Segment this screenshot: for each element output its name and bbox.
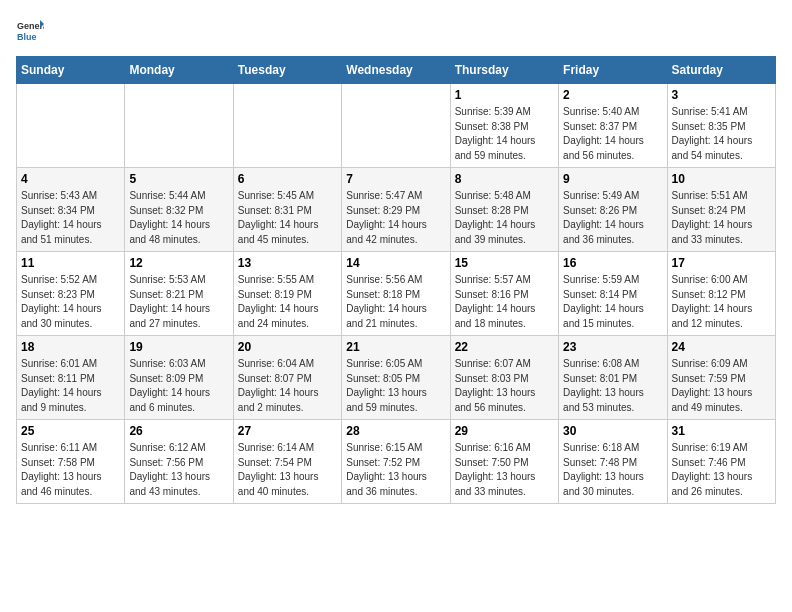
day-detail: Sunrise: 5:43 AM Sunset: 8:34 PM Dayligh… (21, 189, 120, 247)
day-cell: 29Sunrise: 6:16 AM Sunset: 7:50 PM Dayli… (450, 420, 558, 504)
day-detail: Sunrise: 6:18 AM Sunset: 7:48 PM Dayligh… (563, 441, 662, 499)
day-number: 26 (129, 424, 228, 438)
day-cell: 30Sunrise: 6:18 AM Sunset: 7:48 PM Dayli… (559, 420, 667, 504)
day-cell: 10Sunrise: 5:51 AM Sunset: 8:24 PM Dayli… (667, 168, 775, 252)
day-cell: 28Sunrise: 6:15 AM Sunset: 7:52 PM Dayli… (342, 420, 450, 504)
header-cell-saturday: Saturday (667, 57, 775, 84)
day-cell: 9Sunrise: 5:49 AM Sunset: 8:26 PM Daylig… (559, 168, 667, 252)
day-detail: Sunrise: 6:03 AM Sunset: 8:09 PM Dayligh… (129, 357, 228, 415)
day-number: 16 (563, 256, 662, 270)
day-number: 6 (238, 172, 337, 186)
day-detail: Sunrise: 6:00 AM Sunset: 8:12 PM Dayligh… (672, 273, 771, 331)
day-cell: 2Sunrise: 5:40 AM Sunset: 8:37 PM Daylig… (559, 84, 667, 168)
day-number: 27 (238, 424, 337, 438)
day-number: 14 (346, 256, 445, 270)
week-row-2: 4Sunrise: 5:43 AM Sunset: 8:34 PM Daylig… (17, 168, 776, 252)
day-detail: Sunrise: 6:05 AM Sunset: 8:05 PM Dayligh… (346, 357, 445, 415)
day-detail: Sunrise: 6:08 AM Sunset: 8:01 PM Dayligh… (563, 357, 662, 415)
day-cell: 19Sunrise: 6:03 AM Sunset: 8:09 PM Dayli… (125, 336, 233, 420)
day-number: 7 (346, 172, 445, 186)
svg-text:Blue: Blue (17, 32, 37, 42)
day-detail: Sunrise: 5:48 AM Sunset: 8:28 PM Dayligh… (455, 189, 554, 247)
day-number: 12 (129, 256, 228, 270)
day-number: 25 (21, 424, 120, 438)
day-cell: 7Sunrise: 5:47 AM Sunset: 8:29 PM Daylig… (342, 168, 450, 252)
day-number: 30 (563, 424, 662, 438)
day-number: 1 (455, 88, 554, 102)
day-cell: 18Sunrise: 6:01 AM Sunset: 8:11 PM Dayli… (17, 336, 125, 420)
day-cell: 1Sunrise: 5:39 AM Sunset: 8:38 PM Daylig… (450, 84, 558, 168)
calendar-body: 1Sunrise: 5:39 AM Sunset: 8:38 PM Daylig… (17, 84, 776, 504)
day-detail: Sunrise: 5:56 AM Sunset: 8:18 PM Dayligh… (346, 273, 445, 331)
logo: General Blue (16, 16, 44, 44)
day-number: 3 (672, 88, 771, 102)
day-cell: 24Sunrise: 6:09 AM Sunset: 7:59 PM Dayli… (667, 336, 775, 420)
day-cell: 8Sunrise: 5:48 AM Sunset: 8:28 PM Daylig… (450, 168, 558, 252)
header-cell-sunday: Sunday (17, 57, 125, 84)
day-number: 9 (563, 172, 662, 186)
day-cell: 12Sunrise: 5:53 AM Sunset: 8:21 PM Dayli… (125, 252, 233, 336)
day-number: 20 (238, 340, 337, 354)
day-number: 18 (21, 340, 120, 354)
day-detail: Sunrise: 5:53 AM Sunset: 8:21 PM Dayligh… (129, 273, 228, 331)
calendar-table: SundayMondayTuesdayWednesdayThursdayFrid… (16, 56, 776, 504)
day-cell: 5Sunrise: 5:44 AM Sunset: 8:32 PM Daylig… (125, 168, 233, 252)
day-detail: Sunrise: 6:09 AM Sunset: 7:59 PM Dayligh… (672, 357, 771, 415)
day-number: 21 (346, 340, 445, 354)
header-cell-wednesday: Wednesday (342, 57, 450, 84)
day-detail: Sunrise: 5:49 AM Sunset: 8:26 PM Dayligh… (563, 189, 662, 247)
day-detail: Sunrise: 6:19 AM Sunset: 7:46 PM Dayligh… (672, 441, 771, 499)
day-cell: 14Sunrise: 5:56 AM Sunset: 8:18 PM Dayli… (342, 252, 450, 336)
day-number: 28 (346, 424, 445, 438)
day-number: 23 (563, 340, 662, 354)
day-detail: Sunrise: 5:39 AM Sunset: 8:38 PM Dayligh… (455, 105, 554, 163)
week-row-1: 1Sunrise: 5:39 AM Sunset: 8:38 PM Daylig… (17, 84, 776, 168)
day-cell: 3Sunrise: 5:41 AM Sunset: 8:35 PM Daylig… (667, 84, 775, 168)
day-detail: Sunrise: 5:45 AM Sunset: 8:31 PM Dayligh… (238, 189, 337, 247)
header-cell-thursday: Thursday (450, 57, 558, 84)
day-cell: 15Sunrise: 5:57 AM Sunset: 8:16 PM Dayli… (450, 252, 558, 336)
calendar-header: SundayMondayTuesdayWednesdayThursdayFrid… (17, 57, 776, 84)
day-cell (233, 84, 341, 168)
day-cell (125, 84, 233, 168)
day-cell: 23Sunrise: 6:08 AM Sunset: 8:01 PM Dayli… (559, 336, 667, 420)
day-number: 24 (672, 340, 771, 354)
day-number: 5 (129, 172, 228, 186)
header-cell-monday: Monday (125, 57, 233, 84)
day-number: 8 (455, 172, 554, 186)
header-cell-friday: Friday (559, 57, 667, 84)
day-cell: 21Sunrise: 6:05 AM Sunset: 8:05 PM Dayli… (342, 336, 450, 420)
day-detail: Sunrise: 6:07 AM Sunset: 8:03 PM Dayligh… (455, 357, 554, 415)
day-number: 15 (455, 256, 554, 270)
day-cell: 6Sunrise: 5:45 AM Sunset: 8:31 PM Daylig… (233, 168, 341, 252)
day-detail: Sunrise: 6:16 AM Sunset: 7:50 PM Dayligh… (455, 441, 554, 499)
day-cell: 4Sunrise: 5:43 AM Sunset: 8:34 PM Daylig… (17, 168, 125, 252)
day-cell (342, 84, 450, 168)
header-row: SundayMondayTuesdayWednesdayThursdayFrid… (17, 57, 776, 84)
day-cell: 17Sunrise: 6:00 AM Sunset: 8:12 PM Dayli… (667, 252, 775, 336)
day-cell: 20Sunrise: 6:04 AM Sunset: 8:07 PM Dayli… (233, 336, 341, 420)
day-detail: Sunrise: 5:40 AM Sunset: 8:37 PM Dayligh… (563, 105, 662, 163)
day-number: 13 (238, 256, 337, 270)
day-cell: 13Sunrise: 5:55 AM Sunset: 8:19 PM Dayli… (233, 252, 341, 336)
header-cell-tuesday: Tuesday (233, 57, 341, 84)
day-number: 11 (21, 256, 120, 270)
day-detail: Sunrise: 5:41 AM Sunset: 8:35 PM Dayligh… (672, 105, 771, 163)
day-number: 29 (455, 424, 554, 438)
day-detail: Sunrise: 5:47 AM Sunset: 8:29 PM Dayligh… (346, 189, 445, 247)
day-cell: 27Sunrise: 6:14 AM Sunset: 7:54 PM Dayli… (233, 420, 341, 504)
day-number: 17 (672, 256, 771, 270)
day-cell: 22Sunrise: 6:07 AM Sunset: 8:03 PM Dayli… (450, 336, 558, 420)
week-row-4: 18Sunrise: 6:01 AM Sunset: 8:11 PM Dayli… (17, 336, 776, 420)
svg-text:General: General (17, 21, 44, 31)
day-detail: Sunrise: 6:15 AM Sunset: 7:52 PM Dayligh… (346, 441, 445, 499)
day-number: 2 (563, 88, 662, 102)
day-detail: Sunrise: 6:11 AM Sunset: 7:58 PM Dayligh… (21, 441, 120, 499)
day-detail: Sunrise: 5:52 AM Sunset: 8:23 PM Dayligh… (21, 273, 120, 331)
day-cell: 25Sunrise: 6:11 AM Sunset: 7:58 PM Dayli… (17, 420, 125, 504)
day-detail: Sunrise: 5:57 AM Sunset: 8:16 PM Dayligh… (455, 273, 554, 331)
day-detail: Sunrise: 5:59 AM Sunset: 8:14 PM Dayligh… (563, 273, 662, 331)
day-number: 4 (21, 172, 120, 186)
week-row-3: 11Sunrise: 5:52 AM Sunset: 8:23 PM Dayli… (17, 252, 776, 336)
day-detail: Sunrise: 6:14 AM Sunset: 7:54 PM Dayligh… (238, 441, 337, 499)
